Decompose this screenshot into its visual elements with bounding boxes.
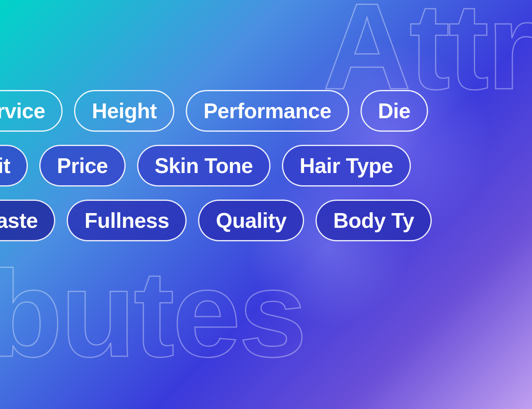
tag-performance-label: Performance — [203, 99, 331, 123]
tag-hair-type-label: Hair Type — [300, 153, 393, 178]
tag-row-2: Fit Price Skin Tone Hair Type — [0, 145, 532, 187]
tag-service[interactable]: ervice — [0, 90, 63, 132]
decorative-butes-text: butes — [0, 243, 305, 384]
tag-skin-tone[interactable]: Skin Tone — [137, 145, 271, 187]
tag-body-type[interactable]: Body Ty — [316, 200, 432, 241]
tags-area: ervice Height Performance Die Fit Price … — [0, 90, 532, 254]
tag-fullness[interactable]: Fullness — [67, 200, 187, 241]
tag-height-label: Height — [92, 99, 157, 123]
tag-quality-label: Quality — [216, 208, 286, 233]
tag-fullness-label: Fullness — [84, 208, 169, 233]
tag-skin-tone-label: Skin Tone — [155, 153, 253, 178]
main-background: Attri butes ervice Height Performance Di… — [0, 0, 532, 409]
tag-fit-label: Fit — [0, 153, 10, 178]
tag-taste-label: Taste — [0, 208, 38, 233]
tag-service-label: ervice — [0, 99, 45, 123]
tag-quality[interactable]: Quality — [198, 200, 304, 241]
tag-price[interactable]: Price — [39, 145, 126, 187]
tag-die-label: Die — [378, 99, 410, 123]
tag-row-1: ervice Height Performance Die — [0, 90, 532, 132]
tag-hair-type[interactable]: Hair Type — [282, 145, 411, 187]
tag-height[interactable]: Height — [74, 90, 174, 132]
tag-die[interactable]: Die — [361, 90, 428, 132]
tag-row-3: Taste Fullness Quality Body Ty — [0, 200, 532, 241]
tag-taste[interactable]: Taste — [0, 200, 55, 241]
tag-performance[interactable]: Performance — [186, 90, 349, 132]
tag-body-type-label: Body Ty — [333, 208, 414, 233]
tag-fit[interactable]: Fit — [0, 145, 28, 187]
tag-price-label: Price — [57, 153, 108, 178]
